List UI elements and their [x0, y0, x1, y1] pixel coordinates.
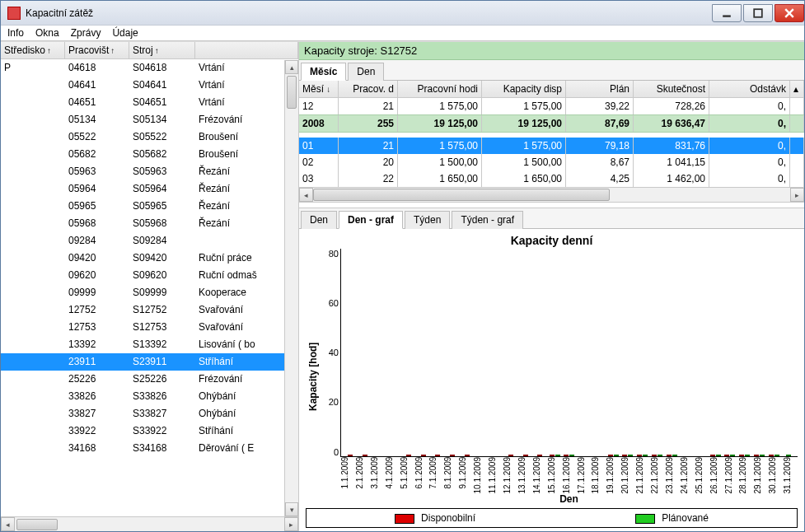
table-row[interactable]: 33827S33827Ohýbání	[1, 405, 298, 422]
scroll-up-icon[interactable]: ▴	[285, 60, 298, 74]
table-row[interactable]: 13392S13392Lisování ( bo	[1, 336, 298, 353]
xtick: 3.1.2009	[370, 457, 385, 494]
bar-disp	[564, 455, 569, 456]
menubar: Info Okna Zprávy Údaje	[1, 26, 804, 41]
table-row[interactable]: 09620S09620Ruční odmaš	[1, 267, 298, 284]
hscrollbar[interactable]: ◂ ▸	[1, 516, 298, 531]
window-title: Kapacitní zátěž	[26, 7, 710, 19]
col-pracoviste[interactable]: Pracovišt↑	[65, 42, 129, 58]
bar-disp	[508, 455, 513, 456]
close-button[interactable]	[775, 4, 804, 22]
chart-legend: Disponobilní Plánované	[306, 508, 798, 528]
bar-plan	[672, 455, 677, 456]
col-stredisko[interactable]: Středisko↑	[1, 42, 65, 58]
table-row[interactable]: 05682S05682Broušení	[1, 146, 298, 163]
tab-den[interactable]: Den	[348, 63, 384, 81]
table-row[interactable]: 34168S34168Děrování ( E	[1, 440, 298, 457]
col-stroj[interactable]: Stroj↑	[129, 42, 195, 58]
minimize-button[interactable]	[712, 4, 742, 22]
table-row[interactable]: 04641S04641Vrtání	[1, 77, 298, 94]
grid-hscrollbar[interactable]: ◂ ▸	[299, 187, 804, 202]
grid-row[interactable]: 12211 575,001 575,0039,22728,260,	[299, 98, 804, 114]
table-row[interactable]: 33922S33922Stříhání	[1, 422, 298, 440]
scroll-left-icon[interactable]: ◂	[1, 517, 15, 531]
maximize-button[interactable]	[743, 4, 773, 22]
scroll-thumb[interactable]	[287, 76, 297, 109]
bar-disp	[622, 455, 627, 456]
menu-zpravy[interactable]: Zprávy	[71, 27, 101, 39]
panel-caption: Kapacity stroje: S12752	[299, 42, 804, 60]
table-row[interactable]: 09284S09284	[1, 232, 298, 250]
scroll-left-icon[interactable]: ◂	[299, 188, 313, 202]
bar-disp	[724, 455, 729, 456]
bar-disp	[537, 455, 542, 456]
grid-row[interactable]: 03221 650,001 650,004,251 462,000,	[299, 170, 804, 187]
grid-row[interactable]: 200825519 125,0019 125,0087,6919 636,470…	[299, 114, 804, 133]
xtick: 31.1.2009	[783, 457, 798, 494]
bar-plan	[628, 455, 633, 456]
tab-den[interactable]: Den	[301, 211, 337, 229]
xtick: 20.1.2009	[620, 457, 635, 494]
table-row[interactable]: 05522S05522Broušení	[1, 128, 298, 146]
grid-row[interactable]: 01211 575,001 575,0079,18831,760,	[299, 138, 804, 154]
xtick: 26.1.2009	[709, 457, 724, 494]
table-row[interactable]: 05968S05968Řezání	[1, 215, 298, 232]
xtick: 27.1.2009	[724, 457, 739, 494]
col-odstavka[interactable]: Odstávk	[709, 81, 790, 97]
sort-asc-icon: ↑	[47, 46, 51, 55]
table-row[interactable]: 23911S23911Stříhání	[1, 353, 298, 371]
tab-tyden-graf[interactable]: Týden - graf	[452, 211, 523, 229]
table-row[interactable]: 05134S05134Frézování	[1, 111, 298, 128]
table-row[interactable]: 12752S12752Svařování	[1, 301, 298, 319]
vscrollbar[interactable]: ▴ ▾	[284, 60, 298, 516]
bar-plan	[716, 455, 721, 456]
scroll-down-icon[interactable]: ▾	[285, 502, 298, 516]
capacity-grid: Měsí ↓ Pracov. d Pracovní hodi Kapacity …	[299, 81, 804, 203]
bar-disp	[363, 455, 367, 456]
col-skut[interactable]: Skutečnost	[634, 81, 709, 97]
xtick: 21.1.2009	[635, 457, 650, 494]
chart-tabs: Den Den - graf Týden Týden - graf	[299, 208, 804, 229]
table-row[interactable]: 05964S05964Řezání	[1, 180, 298, 198]
table-row[interactable]: 25226S25226Frézování	[1, 371, 298, 388]
scroll-right-icon[interactable]: ▸	[790, 188, 804, 202]
bar-disp	[435, 455, 440, 456]
tab-mesic[interactable]: Měsíc	[301, 63, 346, 81]
table-row[interactable]: 05963S05963Řezání	[1, 163, 298, 180]
col-mesic[interactable]: Měsí ↓	[299, 81, 339, 97]
menu-okna[interactable]: Okna	[35, 27, 59, 39]
col-hod[interactable]: Pracovní hodi	[398, 81, 482, 97]
bar-disp	[523, 455, 528, 456]
table-row[interactable]: 09999S09999Kooperace	[1, 284, 298, 301]
bar-disp	[608, 455, 613, 456]
table-row[interactable]: 33826S33826Ohýbání	[1, 388, 298, 405]
legend-swatch-green	[635, 514, 655, 524]
scroll-thumb[interactable]	[313, 189, 610, 201]
scroll-right-icon[interactable]: ▸	[284, 517, 298, 531]
col-disp[interactable]: Kapacity disp	[482, 81, 566, 97]
grid-row[interactable]: 02201 500,001 500,008,671 041,150,	[299, 154, 804, 170]
bar-disp	[652, 455, 657, 456]
bar-disp	[754, 455, 759, 456]
tab-den-graf[interactable]: Den - graf	[339, 211, 403, 229]
col-dny[interactable]: Pracov. d	[339, 81, 398, 97]
table-row[interactable]: P04618S04618Vrtání	[1, 59, 298, 77]
table-row[interactable]: 04651S04651Vrtání	[1, 94, 298, 111]
table-row[interactable]: 12753S12753Svařování	[1, 319, 298, 336]
scroll-thumb[interactable]	[16, 519, 58, 530]
col-plan[interactable]: Plán	[566, 81, 634, 97]
bar-disp	[637, 455, 642, 456]
table-row[interactable]: 05965S05965Řezání	[1, 198, 298, 215]
menu-info[interactable]: Info	[7, 27, 24, 39]
bar-disp	[710, 455, 715, 456]
bar-disp	[406, 455, 411, 456]
table-row[interactable]: 09420S09420Ruční práce	[1, 250, 298, 267]
menu-udaje[interactable]: Údaje	[112, 27, 138, 39]
legend-plan: Plánované	[662, 512, 709, 524]
grid-vscroll-up-icon[interactable]: ▴	[790, 81, 804, 97]
chart-ylabel: Kapacity [hod]	[306, 249, 321, 505]
bar-plan	[569, 455, 574, 456]
bar-disp	[550, 455, 555, 456]
col-operace[interactable]	[195, 42, 298, 58]
tab-tyden[interactable]: Týden	[405, 211, 450, 229]
